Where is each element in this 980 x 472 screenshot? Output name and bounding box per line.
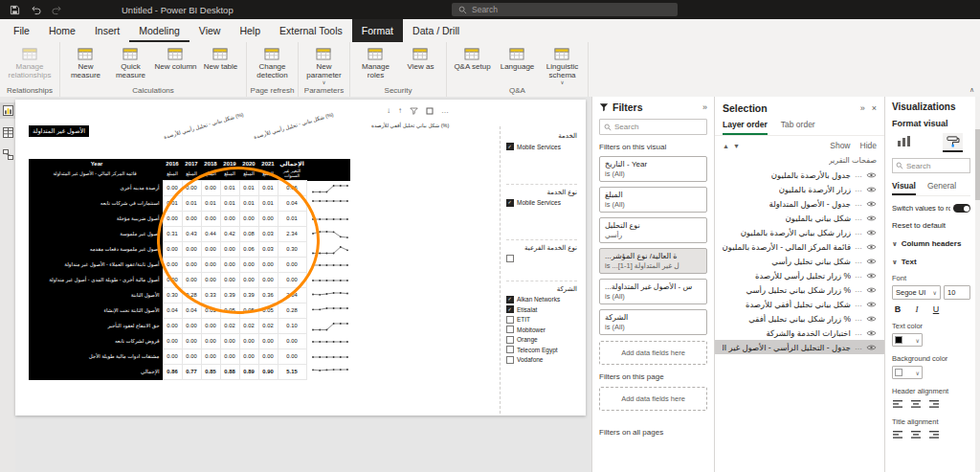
matrix-cell[interactable]: 0.05 [201,303,220,319]
matrix-cell[interactable]: 0.01 [220,181,239,196]
data-view-icon[interactable] [0,124,15,141]
ribbon-tab-insert[interactable]: Insert [85,19,129,42]
matrix-cell[interactable]: 0.00 [220,242,239,258]
slicer-option[interactable]: Mobile Services [506,199,577,207]
model-view-icon[interactable] [0,146,15,163]
matrix-cell[interactable]: 0.00 [201,212,220,227]
collapse-pane-icon[interactable]: » [702,102,707,112]
visibility-eye-icon[interactable] [866,329,877,337]
matrix-cell[interactable]: 0.00 [201,181,220,196]
matrix-cell[interactable]: 0.00 [201,319,220,334]
matrix-cell[interactable]: 0.01 [258,196,278,212]
selection-item[interactable]: شكل بياني تحليل رأسي… [715,254,884,268]
selection-item[interactable]: شكل بياني تحليل أفقي للأرصدة… [715,297,884,311]
slicer-option[interactable]: Orange [506,336,577,344]
format-visual-icon[interactable] [943,133,963,152]
matrix-cell[interactable]: 0.00 [201,242,220,258]
redo-icon[interactable] [52,5,62,15]
more-options-icon[interactable]: … [855,286,862,294]
more-options-icon[interactable]: … [855,229,862,236]
ribbon-button-change-detection[interactable]: Change detection [250,43,295,80]
matrix-year-header[interactable]: 2018 [201,159,220,168]
matrix-cell[interactable]: 0.31 [163,227,182,242]
drill-down-icon[interactable]: ↓ [387,106,390,115]
save-icon[interactable] [10,5,20,15]
align-center-button[interactable] [910,430,923,440]
hide-all-button[interactable]: Hide [860,141,877,150]
text-color-dropdown[interactable]: ∨ [892,333,923,347]
filter-card[interactable]: المبلغis (All) [599,187,707,213]
ribbon-button-quick-measure[interactable]: Quick measure [108,43,153,80]
matrix-row-label[interactable]: أصول ضريبية مؤجلة [29,212,163,227]
titlebar-search-input[interactable]: Search [452,3,678,16]
matrix-cell[interactable]: 0.02 [220,319,239,334]
ribbon-tab-view[interactable]: View [189,19,231,42]
ribbon-tab-help[interactable]: Help [230,19,270,42]
matrix-total-cell[interactable]: 0.00 [278,349,306,365]
matrix-cell[interactable]: 0.00 [182,242,201,258]
checkbox-icon[interactable] [506,316,514,324]
more-options-icon[interactable]: … [855,329,862,337]
matrix-year-header[interactable]: 2017 [182,159,201,168]
font-size-stepper[interactable]: 10 [944,285,970,300]
matrix-cell[interactable]: 0.00 [220,212,239,227]
bold-button[interactable]: B [892,304,903,314]
ribbon-tab-modeling[interactable]: Modeling [129,19,189,42]
slicer-option[interactable]: Mobitower [506,326,577,333]
checkbox-checked-icon[interactable] [506,199,514,207]
chevron-down-icon[interactable]: ∨ [892,240,898,248]
collapse-ribbon-icon[interactable]: ∧ [969,86,974,94]
matrix-row-label[interactable]: أصول مالية أخرى - طويلة المدى - أصول غير… [29,273,163,288]
matrix-row-label[interactable]: أرصدة مدينه أخرى [29,181,163,196]
undo-icon[interactable] [31,5,41,15]
matrix-cell[interactable]: 0.00 [220,273,239,288]
tab-tab-order[interactable]: Tab order [781,118,815,135]
matrix-cell[interactable]: 0.04 [182,303,201,319]
matrix-cell[interactable]: 0.36 [258,288,278,303]
matrix-cell[interactable]: 0.00 [201,349,220,365]
checkbox-icon[interactable] [506,346,514,353]
align-left-button[interactable] [892,399,904,410]
matrix-cell[interactable]: 0.00 [201,273,220,288]
matrix-cell[interactable]: 0.39 [239,288,258,303]
matrix-cell[interactable]: 0.00 [163,273,182,288]
selection-item[interactable]: اختبارات الخدمة والشركة… [715,326,884,340]
filters-search-input[interactable]: Search [599,119,707,135]
matrix-visual[interactable]: Year201620172018201920202021الإجماليقائم… [29,159,350,380]
matrix-cell[interactable]: 0.00 [258,273,278,288]
matrix-cell[interactable]: 0.03 [258,242,278,258]
show-all-button[interactable]: Show [830,141,850,150]
matrix-cell[interactable]: 0.00 [258,349,278,365]
ribbon-tab-home[interactable]: Home [39,19,85,42]
matrix-cell[interactable]: 0.00 [239,349,258,365]
slicer-option[interactable]: Mobile Services [506,143,577,150]
matrix-cell[interactable]: 0.00 [163,349,182,365]
matrix-total-cell[interactable]: 0.00 [278,334,306,349]
matrix-row-label[interactable]: أصول غير ملموسة [29,227,163,242]
matrix-cell[interactable]: 0.00 [258,258,278,273]
matrix-cell[interactable]: 0.01 [258,181,278,196]
matrix-cell[interactable]: 0.01 [201,196,220,212]
ribbon-tab-format[interactable]: Format [352,19,403,42]
matrix-cell[interactable]: 0.00 [220,334,239,349]
matrix-cell[interactable]: 0.00 [220,349,239,365]
checkbox-checked-icon[interactable] [506,296,514,303]
matrix-total-header[interactable]: الإجمالي [278,159,306,168]
ribbon-tab-data-drill[interactable]: Data / Drill [403,19,469,42]
ribbon-button-new-parameter[interactable]: New parameter∨ [301,43,346,85]
visibility-eye-icon[interactable] [866,214,877,222]
more-options-icon[interactable]: … [855,258,862,265]
filter-icon[interactable] [410,107,418,115]
selection-item[interactable]: شكل بياني بالمليون… [715,211,884,225]
matrix-cell[interactable]: 0.00 [201,258,220,273]
visibility-eye-icon[interactable] [866,301,877,308]
matrix-cell[interactable]: 0.00 [201,334,220,349]
matrix-cell[interactable]: 0.28 [182,288,201,303]
matrix-cell[interactable]: 0.44 [201,227,220,242]
checkbox-icon[interactable] [506,356,514,364]
matrix-cell[interactable]: 0.00 [182,212,201,227]
matrix-cell[interactable]: 0.00 [258,212,278,227]
add-data-fields-dropzone[interactable]: Add data fields here [599,341,707,365]
selection-item[interactable]: زرار شكل بياني الأرصدة بالمليون… [715,225,884,239]
matrix-cell[interactable]: 0.00 [220,258,239,273]
